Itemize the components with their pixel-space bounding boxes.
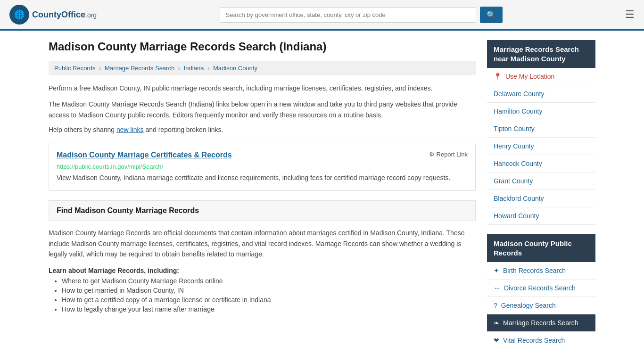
help-text: Help others by sharing new links and rep… xyxy=(49,126,476,133)
header-right: ☰ xyxy=(625,9,635,20)
public-records-header: Madison County Public Records xyxy=(487,234,595,262)
sidebar-item-hamilton[interactable]: Hamilton County xyxy=(487,103,595,120)
sidebar-genealogy[interactable]: ? Genealogy Search xyxy=(487,297,595,314)
description-1: Perform a free Madison County, IN public… xyxy=(49,83,476,93)
public-records-section: Madison County Public Records ✦ Birth Re… xyxy=(487,234,595,349)
birth-icon: ✦ xyxy=(494,267,499,274)
sidebar-divorce-records[interactable]: ↔ Divorce Records Search xyxy=(487,280,595,297)
sidebar-birth-records[interactable]: ✦ Birth Records Search xyxy=(487,262,595,280)
breadcrumb-marriage-records[interactable]: Marriage Records Search xyxy=(105,65,174,72)
report-link[interactable]: ⚙ Report Link xyxy=(429,151,468,158)
find-section-title: Find Madison County Marriage Records xyxy=(57,206,468,215)
new-links[interactable]: new links xyxy=(116,126,144,133)
find-section: Find Madison County Marriage Records xyxy=(49,200,476,221)
record-url[interactable]: https://public.courts.in.gov/mlpl/Search… xyxy=(57,163,468,170)
sidebar-item-blackford[interactable]: Blackford County xyxy=(487,190,595,207)
sidebar-vital-records[interactable]: ❤ Vital Records Search xyxy=(487,332,595,349)
marriage-icon: ❧ xyxy=(494,319,499,327)
record-title[interactable]: Madison County Marriage Certificates & R… xyxy=(57,151,232,159)
sidebar-item-delaware[interactable]: Delaware County xyxy=(487,85,595,103)
genealogy-icon: ? xyxy=(494,302,497,309)
page-title: Madison County Marriage Records Search (… xyxy=(49,40,476,53)
breadcrumb: Public Records › Marriage Records Search… xyxy=(49,61,476,75)
logo-text: CountyOffice.org xyxy=(32,10,97,20)
site-header: 🌐 CountyOffice.org 🔍 ☰ xyxy=(0,0,644,31)
learn-list: Where to get Madison County Marriage Rec… xyxy=(49,277,476,313)
breadcrumb-indiana[interactable]: Indiana xyxy=(184,65,204,72)
vital-icon: ❤ xyxy=(494,337,499,344)
use-my-location[interactable]: 📍 Use My Location xyxy=(487,68,595,85)
search-area: 🔍 xyxy=(220,7,503,23)
search-input[interactable] xyxy=(220,7,476,23)
record-card: Madison County Marriage Certificates & R… xyxy=(49,143,476,191)
sidebar-item-tipton[interactable]: Tipton County xyxy=(487,120,595,138)
record-description: View Madison County, Indiana marriage ce… xyxy=(57,173,468,183)
location-icon: 📍 xyxy=(494,73,502,80)
sidebar-marriage-records[interactable]: ❧ Marriage Records Search xyxy=(487,314,595,332)
breadcrumb-public-records[interactable]: Public Records xyxy=(54,65,95,72)
nearby-section: Marriage Records Search near Madison Cou… xyxy=(487,40,595,225)
logo-icon: 🌐 xyxy=(9,5,29,25)
search-button[interactable]: 🔍 xyxy=(480,7,503,23)
description-2: The Madison County Marriage Records Sear… xyxy=(49,99,476,120)
list-item: How to get married in Madison County, IN xyxy=(62,287,476,294)
record-card-header: Madison County Marriage Certificates & R… xyxy=(57,151,468,159)
breadcrumb-madison-county[interactable]: Madison County xyxy=(213,65,257,72)
sidebar-item-grant[interactable]: Grant County xyxy=(487,173,595,190)
main-container: Madison County Marriage Records Search (… xyxy=(39,31,605,362)
logo-area[interactable]: 🌐 CountyOffice.org xyxy=(9,5,97,25)
list-item: Where to get Madison County Marriage Rec… xyxy=(62,277,476,285)
list-item: How to legally change your last name aft… xyxy=(62,305,476,313)
sidebar-item-hancock[interactable]: Hancock County xyxy=(487,155,595,173)
report-icon: ⚙ xyxy=(429,151,435,158)
menu-button[interactable]: ☰ xyxy=(625,9,635,20)
learn-section: Learn about Marriage Records, including:… xyxy=(49,267,476,313)
sidebar: Marriage Records Search near Madison Cou… xyxy=(487,40,595,359)
list-item: How to get a certified copy of a marriag… xyxy=(62,296,476,304)
nearby-header: Marriage Records Search near Madison Cou… xyxy=(487,40,595,68)
use-location-label: Use My Location xyxy=(505,73,554,80)
learn-title: Learn about Marriage Records, including: xyxy=(49,267,476,274)
sidebar-item-howard[interactable]: Howard County xyxy=(487,207,595,225)
find-section-body: Madison County Marriage Records are offi… xyxy=(49,228,476,259)
content-area: Madison County Marriage Records Search (… xyxy=(49,40,476,359)
sidebar-item-henry[interactable]: Henry County xyxy=(487,138,595,155)
divorce-icon: ↔ xyxy=(494,284,500,292)
